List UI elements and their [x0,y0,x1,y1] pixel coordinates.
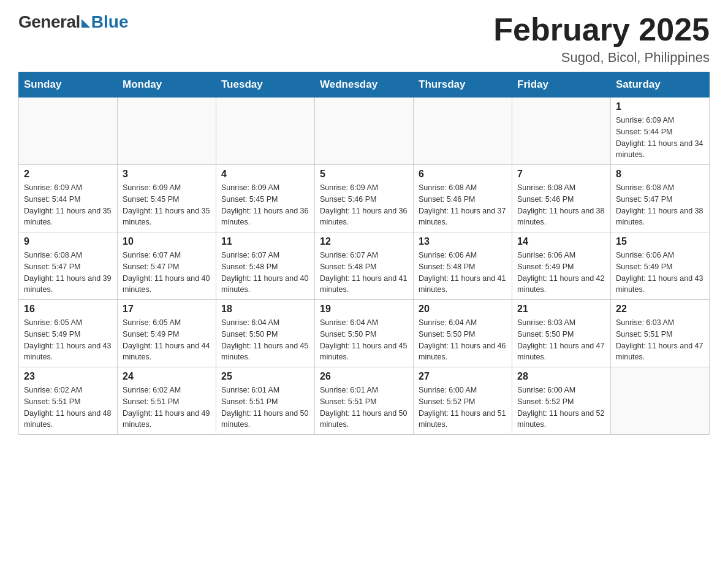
calendar-cell [216,98,315,165]
day-number: 12 [320,236,408,247]
day-info: Sunrise: 6:07 AMSunset: 5:48 PMDaylight:… [320,250,408,296]
calendar-cell [414,98,512,165]
calendar-cell: 10Sunrise: 6:07 AMSunset: 5:47 PMDayligh… [118,232,216,300]
calendar-cell: 21Sunrise: 6:03 AMSunset: 5:50 PMDayligh… [512,300,611,367]
day-info: Sunrise: 6:04 AMSunset: 5:50 PMDaylight:… [320,317,408,363]
day-number: 1 [616,101,704,112]
day-info: Sunrise: 6:05 AMSunset: 5:49 PMDaylight:… [123,317,211,363]
calendar-cell: 26Sunrise: 6:01 AMSunset: 5:51 PMDayligh… [315,367,414,435]
calendar-cell: 2Sunrise: 6:09 AMSunset: 5:44 PMDaylight… [19,165,118,232]
day-number: 24 [123,371,211,382]
calendar-week-row: 2Sunrise: 6:09 AMSunset: 5:44 PMDaylight… [19,165,710,232]
day-info: Sunrise: 6:03 AMSunset: 5:51 PMDaylight:… [616,317,704,363]
calendar-cell: 11Sunrise: 6:07 AMSunset: 5:48 PMDayligh… [216,232,315,300]
day-number: 22 [616,304,704,315]
calendar-cell [512,98,611,165]
day-info: Sunrise: 6:06 AMSunset: 5:49 PMDaylight:… [616,250,704,296]
location-subtitle: Sugod, Bicol, Philippines [493,50,710,66]
calendar-cell: 17Sunrise: 6:05 AMSunset: 5:49 PMDayligh… [118,300,216,367]
logo-general-text: General [18,12,80,32]
day-number: 2 [24,169,112,180]
day-info: Sunrise: 6:04 AMSunset: 5:50 PMDaylight:… [221,317,309,363]
day-info: Sunrise: 6:06 AMSunset: 5:49 PMDaylight:… [517,250,605,296]
calendar-header-tuesday: Tuesday [216,72,315,98]
day-number: 14 [517,236,605,247]
day-number: 18 [221,304,309,315]
day-number: 4 [221,169,309,180]
calendar-header-saturday: Saturday [611,72,710,98]
day-info: Sunrise: 6:02 AMSunset: 5:51 PMDaylight:… [123,385,211,431]
calendar-cell: 22Sunrise: 6:03 AMSunset: 5:51 PMDayligh… [611,300,710,367]
day-info: Sunrise: 6:05 AMSunset: 5:49 PMDaylight:… [24,317,112,363]
calendar-week-row: 9Sunrise: 6:08 AMSunset: 5:47 PMDaylight… [19,232,710,300]
day-info: Sunrise: 6:01 AMSunset: 5:51 PMDaylight:… [221,385,309,431]
calendar-cell: 25Sunrise: 6:01 AMSunset: 5:51 PMDayligh… [216,367,315,435]
day-info: Sunrise: 6:07 AMSunset: 5:47 PMDaylight:… [123,250,211,296]
day-info: Sunrise: 6:00 AMSunset: 5:52 PMDaylight:… [517,385,605,431]
day-number: 15 [616,236,704,247]
day-info: Sunrise: 6:04 AMSunset: 5:50 PMDaylight:… [419,317,507,363]
calendar-cell [611,367,710,435]
day-info: Sunrise: 6:02 AMSunset: 5:51 PMDaylight:… [24,385,112,431]
day-number: 7 [517,169,605,180]
day-number: 10 [123,236,211,247]
calendar-week-row: 1Sunrise: 6:09 AMSunset: 5:44 PMDaylight… [19,98,710,165]
day-number: 26 [320,371,408,382]
calendar-cell: 14Sunrise: 6:06 AMSunset: 5:49 PMDayligh… [512,232,611,300]
day-number: 9 [24,236,112,247]
day-info: Sunrise: 6:03 AMSunset: 5:50 PMDaylight:… [517,317,605,363]
logo-arrow-icon [82,19,90,28]
calendar-cell: 3Sunrise: 6:09 AMSunset: 5:45 PMDaylight… [118,165,216,232]
calendar-week-row: 16Sunrise: 6:05 AMSunset: 5:49 PMDayligh… [19,300,710,367]
day-number: 8 [616,169,704,180]
day-number: 17 [123,304,211,315]
day-number: 13 [419,236,507,247]
calendar-week-row: 23Sunrise: 6:02 AMSunset: 5:51 PMDayligh… [19,367,710,435]
calendar-header-wednesday: Wednesday [315,72,414,98]
calendar-cell: 9Sunrise: 6:08 AMSunset: 5:47 PMDaylight… [19,232,118,300]
calendar-cell: 16Sunrise: 6:05 AMSunset: 5:49 PMDayligh… [19,300,118,367]
day-number: 11 [221,236,309,247]
day-info: Sunrise: 6:08 AMSunset: 5:47 PMDaylight:… [24,250,112,296]
day-number: 3 [123,169,211,180]
day-number: 27 [419,371,507,382]
day-number: 20 [419,304,507,315]
calendar-cell: 18Sunrise: 6:04 AMSunset: 5:50 PMDayligh… [216,300,315,367]
calendar-cell: 20Sunrise: 6:04 AMSunset: 5:50 PMDayligh… [414,300,512,367]
day-info: Sunrise: 6:00 AMSunset: 5:52 PMDaylight:… [419,385,507,431]
calendar-cell: 15Sunrise: 6:06 AMSunset: 5:49 PMDayligh… [611,232,710,300]
day-number: 25 [221,371,309,382]
calendar-cell: 4Sunrise: 6:09 AMSunset: 5:45 PMDaylight… [216,165,315,232]
day-info: Sunrise: 6:09 AMSunset: 5:45 PMDaylight:… [221,182,309,228]
calendar-cell: 24Sunrise: 6:02 AMSunset: 5:51 PMDayligh… [118,367,216,435]
day-info: Sunrise: 6:09 AMSunset: 5:46 PMDaylight:… [320,182,408,228]
calendar-header-monday: Monday [118,72,216,98]
calendar-cell: 19Sunrise: 6:04 AMSunset: 5:50 PMDayligh… [315,300,414,367]
day-info: Sunrise: 6:07 AMSunset: 5:48 PMDaylight:… [221,250,309,296]
day-number: 21 [517,304,605,315]
day-info: Sunrise: 6:08 AMSunset: 5:47 PMDaylight:… [616,182,704,228]
calendar-cell: 27Sunrise: 6:00 AMSunset: 5:52 PMDayligh… [414,367,512,435]
calendar-cell: 23Sunrise: 6:02 AMSunset: 5:51 PMDayligh… [19,367,118,435]
calendar-cell: 28Sunrise: 6:00 AMSunset: 5:52 PMDayligh… [512,367,611,435]
day-number: 6 [419,169,507,180]
calendar-cell [19,98,118,165]
calendar-cell [315,98,414,165]
month-year-title: February 2025 [493,12,710,47]
calendar-header-row: SundayMondayTuesdayWednesdayThursdayFrid… [19,72,710,98]
calendar-header-sunday: Sunday [19,72,118,98]
calendar-header-thursday: Thursday [414,72,512,98]
calendar-table: SundayMondayTuesdayWednesdayThursdayFrid… [18,72,710,435]
day-number: 19 [320,304,408,315]
calendar-cell: 1Sunrise: 6:09 AMSunset: 5:44 PMDaylight… [611,98,710,165]
day-info: Sunrise: 6:08 AMSunset: 5:46 PMDaylight:… [419,182,507,228]
calendar-cell: 6Sunrise: 6:08 AMSunset: 5:46 PMDaylight… [414,165,512,232]
day-number: 16 [24,304,112,315]
day-number: 23 [24,371,112,382]
day-info: Sunrise: 6:06 AMSunset: 5:48 PMDaylight:… [419,250,507,296]
page-header: General Blue February 2025 Sugod, Bicol,… [18,12,710,66]
day-number: 28 [517,371,605,382]
calendar-cell: 13Sunrise: 6:06 AMSunset: 5:48 PMDayligh… [414,232,512,300]
day-info: Sunrise: 6:09 AMSunset: 5:44 PMDaylight:… [616,115,704,161]
day-info: Sunrise: 6:09 AMSunset: 5:45 PMDaylight:… [123,182,211,228]
